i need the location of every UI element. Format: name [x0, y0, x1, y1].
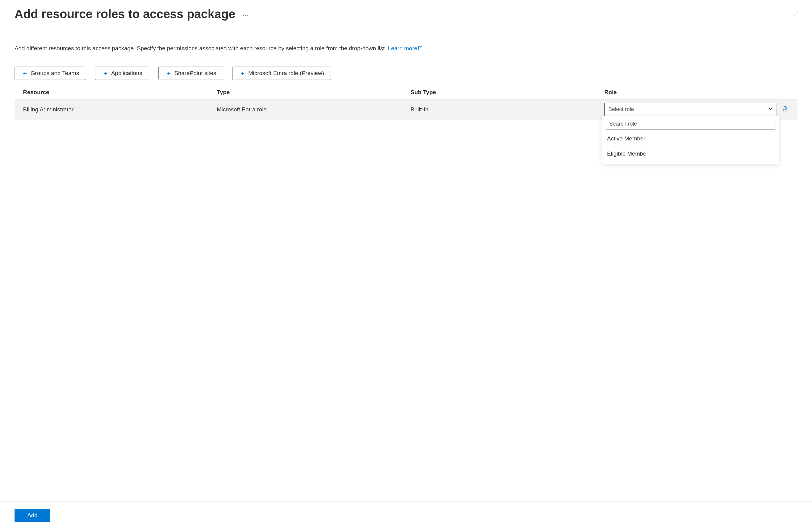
table-row: Billing Administrator Microsoft Entra ro…	[15, 100, 797, 119]
close-icon	[792, 10, 799, 18]
more-actions-button[interactable]: ⋯	[243, 10, 249, 19]
header-subtype: Sub Type	[410, 89, 604, 95]
role-option-eligible-member[interactable]: Eligible Member	[602, 146, 779, 161]
add-applications-label: Applications	[111, 70, 142, 76]
header-type: Type	[217, 89, 410, 95]
role-select-placeholder: Select role	[608, 106, 634, 113]
add-groups-button[interactable]: ＋ Groups and Teams	[15, 67, 86, 80]
table-header: Resource Type Sub Type Role	[15, 85, 797, 100]
header: Add resource roles to access package ⋯	[15, 7, 797, 21]
learn-more-link[interactable]: Learn more	[388, 45, 423, 52]
plus-icon: ＋	[21, 70, 28, 76]
add-button[interactable]: Add	[15, 509, 50, 522]
role-search-input[interactable]	[606, 118, 775, 130]
add-applications-button[interactable]: ＋ Applications	[95, 67, 149, 80]
cell-subtype: Built-In	[410, 106, 604, 113]
description-text: Add different resources to this access p…	[15, 45, 797, 52]
role-dropdown: Active Member Eligible Member	[602, 116, 779, 164]
add-groups-label: Groups and Teams	[31, 70, 79, 76]
resource-type-buttons: ＋ Groups and Teams ＋ Applications ＋ Shar…	[15, 67, 797, 80]
add-sharepoint-button[interactable]: ＋ SharePoint sites	[158, 67, 223, 80]
cell-resource: Billing Administrator	[23, 106, 217, 113]
close-button[interactable]	[790, 10, 800, 19]
header-resource: Resource	[23, 89, 217, 95]
plus-icon: ＋	[239, 70, 246, 76]
add-entra-role-button[interactable]: ＋ Microsoft Entra role (Preview)	[232, 67, 331, 80]
plus-icon: ＋	[102, 70, 109, 76]
page-title: Add resource roles to access package	[15, 7, 235, 21]
plus-icon: ＋	[165, 70, 172, 76]
header-role: Role	[604, 89, 789, 95]
add-entra-role-label: Microsoft Entra role (Preview)	[248, 70, 324, 76]
role-select[interactable]: Select role Active Member Eligible Membe…	[604, 103, 777, 116]
description-body: Add different resources to this access p…	[15, 45, 388, 52]
add-sharepoint-label: SharePoint sites	[174, 70, 216, 76]
cell-type: Microsoft Entra role	[217, 106, 410, 113]
external-link-icon	[418, 45, 423, 52]
footer: Add	[0, 501, 812, 529]
chevron-down-icon	[768, 106, 773, 113]
trash-icon	[781, 105, 788, 114]
resources-table: Resource Type Sub Type Role Billing Admi…	[15, 85, 797, 119]
role-option-active-member[interactable]: Active Member	[602, 131, 779, 146]
delete-row-button[interactable]	[781, 105, 789, 114]
